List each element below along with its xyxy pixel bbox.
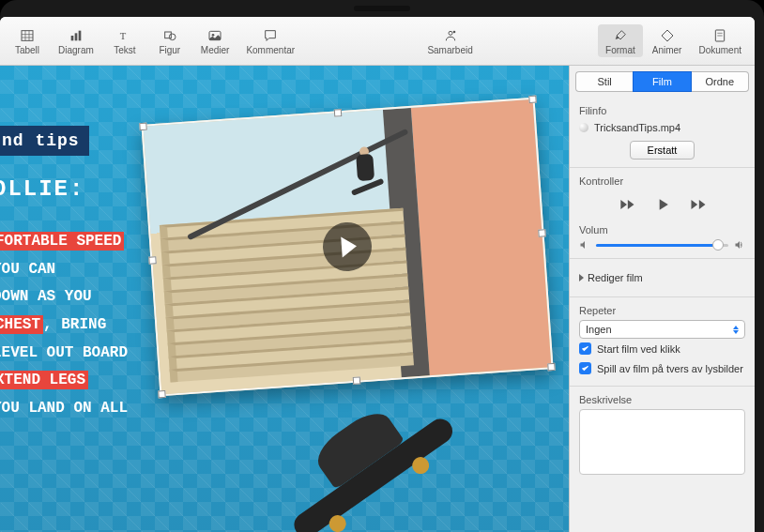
edit-movie-label: Rediger film xyxy=(588,272,643,283)
format-inspector-panel: Stil Film Ordne Filinfo TricksandTips.mp… xyxy=(569,66,755,532)
samarbeid-button[interactable]: Samarbeid xyxy=(420,24,480,57)
forward-button[interactable] xyxy=(685,194,711,215)
main-toolbar: TabellDiagramTTekstFigurMedierKommentar … xyxy=(0,17,755,66)
medier-button[interactable]: Medier xyxy=(193,24,237,57)
volume-max-icon xyxy=(734,239,745,251)
volume-min-icon xyxy=(579,239,590,251)
repeat-label: Repeter xyxy=(579,305,745,316)
description-label: Beskrivelse xyxy=(579,394,745,405)
svg-point-10 xyxy=(169,34,176,40)
kommentar-button[interactable]: Kommentar xyxy=(238,24,302,57)
svg-point-12 xyxy=(212,34,215,37)
volume-label: Volum xyxy=(579,224,745,236)
tabell-button[interactable]: Tabell xyxy=(6,24,49,57)
animer-button[interactable]: Animer xyxy=(645,24,690,57)
svg-rect-7 xyxy=(79,31,82,41)
repeat-select[interactable]: Ingen xyxy=(579,320,745,339)
repeat-value: Ingen xyxy=(586,324,612,335)
video-frame[interactable] xyxy=(141,98,553,397)
replace-button[interactable]: Erstatt xyxy=(630,141,695,160)
edit-movie-disclosure[interactable]: Rediger film xyxy=(579,266,745,289)
slide-step-line: CHEST, BRING xyxy=(0,313,128,338)
slide-heading: OLLIE: xyxy=(0,172,128,207)
slide-text-block: nd tips OLLIE: FORTABLE SPEEDYOU CAN DOW… xyxy=(0,128,128,424)
svg-rect-0 xyxy=(22,31,33,41)
tab-film[interactable]: Film xyxy=(633,71,691,92)
dokument-button[interactable]: Dokument xyxy=(691,24,749,57)
svg-point-13 xyxy=(449,31,452,35)
start-on-click-label: Start film ved klikk xyxy=(597,343,680,355)
tekst-button[interactable]: TTekst xyxy=(103,24,146,57)
rewind-button[interactable] xyxy=(614,194,640,215)
svg-rect-5 xyxy=(71,36,74,40)
svg-text:T: T xyxy=(119,31,126,41)
slide-step-line: XTEND LEGS xyxy=(0,369,128,393)
play-across-slides-label: Spill av film på tvers av lysbilder xyxy=(597,363,743,374)
volume-slider[interactable] xyxy=(596,244,728,247)
svg-rect-6 xyxy=(75,33,78,40)
start-on-click-checkbox[interactable] xyxy=(579,342,591,355)
tab-ordne[interactable]: Ordne xyxy=(692,71,749,92)
file-info-row: TricksandTips.mp4 xyxy=(579,120,745,135)
file-name: TricksandTips.mp4 xyxy=(594,122,680,133)
svg-point-14 xyxy=(452,31,455,34)
slide-canvas[interactable]: nd tips OLLIE: FORTABLE SPEEDYOU CAN DOW… xyxy=(0,66,569,532)
slide-step-line: YOU LAND ON ALL xyxy=(0,397,128,421)
chevron-right-icon xyxy=(579,274,584,281)
select-stepper-icon xyxy=(733,326,739,334)
slide-step-line: LEVEL OUT BOARD xyxy=(0,342,128,366)
kontroller-label: Kontroller xyxy=(579,175,745,187)
play-button[interactable] xyxy=(649,194,676,215)
format-button[interactable]: Format xyxy=(598,24,643,57)
figur-button[interactable]: Figur xyxy=(148,24,191,57)
slide-step-line: YOU CAN xyxy=(0,258,128,282)
filinfo-label: Filinfo xyxy=(579,105,745,116)
description-textarea[interactable] xyxy=(579,409,745,475)
diagram-button[interactable]: Diagram xyxy=(51,24,101,57)
movie-file-icon xyxy=(579,123,588,132)
slide-step-line: FORTABLE SPEED xyxy=(0,230,128,254)
slide-step-line: DOWN AS YOU xyxy=(0,285,128,310)
slide-title-badge: nd tips xyxy=(0,126,89,156)
play-across-slides-checkbox[interactable] xyxy=(579,362,591,374)
tab-stil[interactable]: Stil xyxy=(575,71,633,92)
